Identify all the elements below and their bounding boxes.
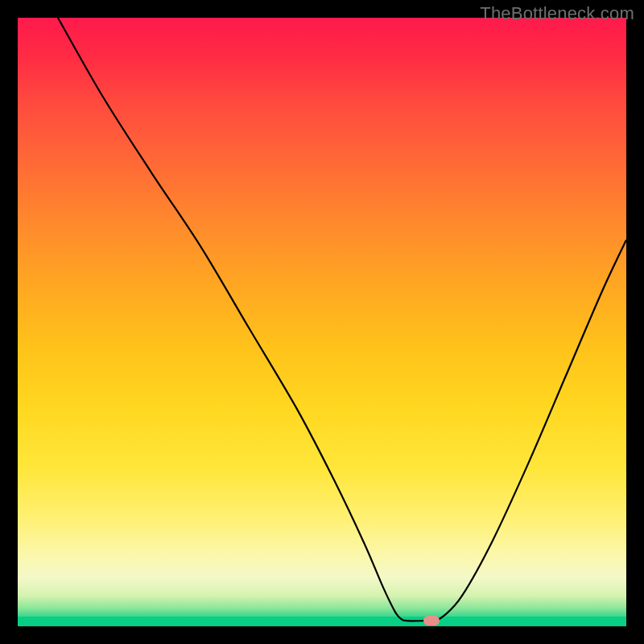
plot-area: [18, 18, 626, 626]
curve-path: [58, 18, 626, 621]
chart-frame: TheBottleneck.com: [0, 0, 644, 644]
chart-curve: [18, 18, 626, 626]
minimum-marker-icon: [423, 616, 440, 625]
watermark-text: TheBottleneck.com: [480, 3, 634, 24]
